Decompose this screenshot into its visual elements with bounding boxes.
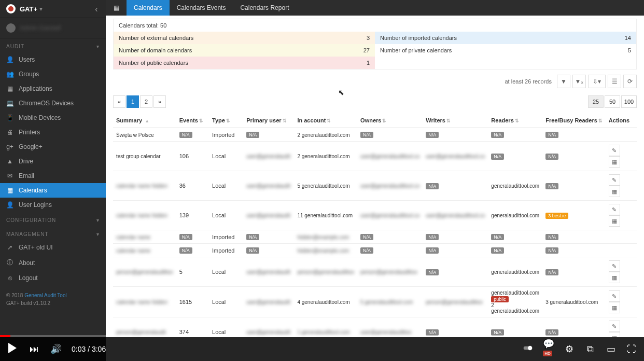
table-row: Święta w PolsceN/AImportedN/A2 generalau…: [113, 128, 637, 142]
login-icon: 👤: [6, 201, 13, 209]
user-icon: 👤: [6, 56, 13, 63]
calendar-row-button[interactable]: ▦: [609, 186, 620, 197]
na-badge: N/A: [491, 247, 504, 254]
sidebar-item-logout[interactable]: ⎋Logout: [0, 271, 106, 285]
records-label: at least 26 records: [505, 78, 552, 85]
tab-home[interactable]: ▦: [106, 0, 127, 16]
pencil-icon: ✎: [612, 147, 617, 154]
tab-calendars-events[interactable]: Calendars Events: [170, 0, 233, 16]
app-brand[interactable]: GAT+: [20, 5, 37, 13]
section-config[interactable]: CONFIGURATION▾: [0, 212, 106, 226]
clear-filter-button[interactable]: ▼ₓ: [572, 75, 586, 88]
section-mgmt[interactable]: MANAGEMENT▾: [0, 226, 106, 240]
calendar-row-button[interactable]: ▦: [609, 272, 620, 283]
col-primary[interactable]: Primary user⇅: [243, 113, 294, 128]
play-icon: [8, 343, 17, 353]
col-writers[interactable]: Writers⇅: [423, 113, 488, 128]
calendar-row-button[interactable]: ▦: [609, 215, 620, 227]
col-freebusy[interactable]: Free/Busy Readers⇅: [542, 113, 606, 128]
calendar-row-button[interactable]: ▦: [609, 156, 620, 168]
export-icon: ⇩: [593, 78, 598, 85]
columns-icon: ☰: [612, 78, 618, 85]
theater-button[interactable]: ▭: [605, 343, 617, 355]
table-row: calendar nameN/AImportedN/Ahidden@exampl…: [113, 230, 637, 244]
page-prev[interactable]: «: [113, 95, 125, 108]
edit-row-button[interactable]: ✎: [609, 204, 620, 215]
sidebar-item-calendars[interactable]: ▦Calendars: [0, 183, 106, 198]
na-badge: N/A: [426, 247, 439, 254]
user-name[interactable]: Admin Gandalf: [20, 24, 61, 32]
col-events[interactable]: Events⇅: [176, 113, 209, 128]
na-badge: N/A: [491, 329, 504, 336]
cal-icon: ▦: [612, 274, 617, 281]
calendar-row-button[interactable]: ▦: [609, 302, 620, 313]
phone-icon: 📱: [6, 114, 13, 121]
table-row: person@generalaudit374Localuser@generala…: [113, 317, 637, 338]
edit-row-button[interactable]: ✎: [609, 321, 620, 332]
next-button[interactable]: ⏭: [28, 344, 40, 355]
brand-caret[interactable]: ▾: [39, 5, 43, 12]
tab-calendars[interactable]: Calendars: [127, 0, 170, 16]
filter-button[interactable]: ▼: [557, 75, 570, 88]
subtitles-button[interactable]: 💬HD: [542, 338, 555, 360]
na-badge: N/A: [491, 132, 504, 138]
size-50[interactable]: 50: [605, 95, 620, 108]
volume-button[interactable]: 🔊: [50, 343, 62, 355]
sidebar-item-email[interactable]: ✉Email: [0, 169, 106, 183]
refresh-button[interactable]: ⟳: [623, 75, 637, 88]
pencil-icon: ✎: [612, 263, 617, 269]
tab-calendars-report[interactable]: Calendars Report: [233, 0, 296, 16]
columns-button[interactable]: ☰: [608, 75, 621, 88]
sidebar-item-groups[interactable]: 👥Groups: [0, 67, 106, 81]
page-2[interactable]: 2: [140, 95, 152, 108]
edit-row-button[interactable]: ✎: [609, 174, 620, 186]
sidebar-item-drive[interactable]: ▲Drive: [0, 154, 106, 169]
size-25[interactable]: 25: [588, 95, 604, 108]
col-owners[interactable]: Owners⇅: [357, 113, 423, 128]
sidebar-collapse-button[interactable]: ‹: [91, 4, 102, 15]
size-100[interactable]: 100: [621, 95, 637, 108]
edit-row-button[interactable]: ✎: [609, 290, 620, 302]
na-badge: N/A: [179, 234, 192, 240]
sidebar-item-userlogins[interactable]: 👤User Logins: [0, 198, 106, 212]
export-button[interactable]: ⇩ ▾: [588, 75, 606, 88]
sidebar-item-users[interactable]: 👤Users: [0, 52, 106, 67]
grid-icon: ▦: [6, 85, 13, 92]
play-button[interactable]: [6, 343, 19, 356]
fullscreen-icon: ⛶: [627, 344, 636, 354]
video-progress[interactable]: [0, 335, 644, 337]
na-badge: N/A: [426, 183, 439, 189]
sidebar-item-chromeos[interactable]: 💻ChromeOS Devices: [0, 96, 106, 110]
printer-icon: 🖨: [6, 129, 13, 136]
sidebar-item-about[interactable]: ⓘAbout: [0, 255, 106, 271]
autoplay-toggle[interactable]: [522, 343, 534, 356]
page-1[interactable]: 1: [127, 95, 139, 108]
fullscreen-button[interactable]: ⛶: [625, 344, 638, 355]
na-badge: N/A: [246, 132, 259, 138]
col-type[interactable]: Type⇅: [209, 113, 243, 128]
info-icon: ⓘ: [6, 258, 13, 267]
col-summary[interactable]: Summary ▲: [113, 113, 176, 128]
edit-row-button[interactable]: ✎: [609, 260, 620, 272]
table-row: calendar name hidden1615Localuser@genera…: [113, 287, 637, 317]
settings-button[interactable]: ⚙: [563, 343, 576, 355]
edit-row-button[interactable]: ✎: [609, 145, 620, 156]
sidebar-item-mobile[interactable]: 📱Mobile Devices: [0, 110, 106, 125]
sort-asc-icon: ▲: [145, 118, 149, 123]
miniplayer-button[interactable]: ⧉: [584, 344, 596, 355]
sidebar-item-oldui[interactable]: ↗GAT+ old UI: [0, 240, 106, 255]
na-badge: N/A: [360, 132, 373, 138]
col-inaccount[interactable]: In account⇅: [294, 113, 357, 128]
stats-external: Number of external calendars3: [114, 32, 375, 44]
footer-link[interactable]: General Audit Tool: [24, 293, 67, 298]
sidebar-item-gplus[interactable]: g+Google+: [0, 140, 106, 154]
na-badge: N/A: [545, 154, 558, 160]
sidebar-item-applications[interactable]: ▦Applications: [0, 81, 106, 96]
col-readers[interactable]: Readers⇅: [488, 113, 542, 128]
section-audit[interactable]: AUDIT▾: [0, 38, 106, 52]
volume-icon: 🔊: [50, 344, 62, 354]
page-next[interactable]: »: [153, 95, 166, 108]
page-sizes: 25 50 100: [588, 95, 637, 108]
na-badge: N/A: [426, 132, 439, 138]
sidebar-item-printers[interactable]: 🖨Printers: [0, 125, 106, 140]
